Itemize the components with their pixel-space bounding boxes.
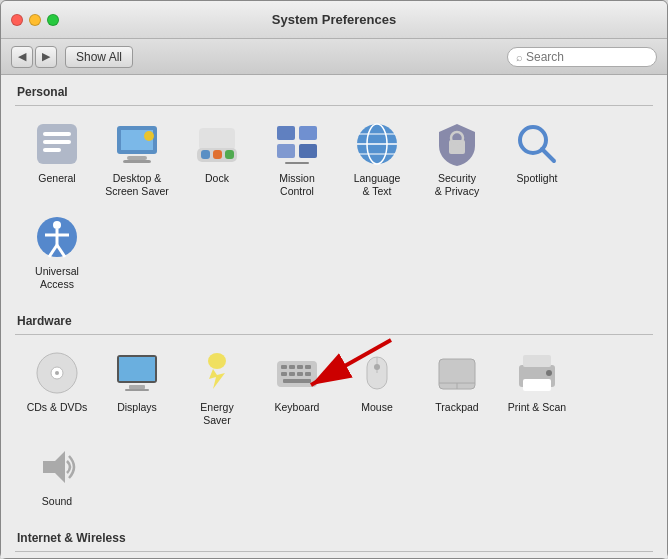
show-all-button[interactable]: Show All [65, 46, 133, 68]
preferences-content: PersonalGeneralDesktop & Screen SaverDoc… [1, 75, 667, 558]
section-divider-personal [15, 105, 653, 106]
svg-rect-60 [523, 379, 551, 391]
svg-rect-13 [199, 128, 235, 150]
system-preferences-window: System Preferences ◀ ▶ Show All ⌕ Person… [0, 0, 668, 559]
section-internet-wireless: Internet & WirelessiCloudMail, Contacts … [15, 531, 653, 558]
pref-label-energy-saver: Energy Saver [200, 401, 233, 426]
pref-item-mission-control[interactable]: Mission Control [259, 114, 335, 203]
mission-control-icon [273, 120, 321, 168]
svg-point-8 [144, 131, 154, 141]
svg-rect-3 [43, 148, 61, 152]
svg-rect-44 [289, 365, 295, 369]
pref-label-spotlight: Spotlight [517, 172, 558, 185]
pref-item-universal-access[interactable]: Universal Access [19, 207, 95, 296]
svg-rect-40 [125, 389, 149, 391]
pref-label-language-text: Language & Text [354, 172, 401, 197]
toolbar: ◀ ▶ Show All ⌕ [1, 39, 667, 75]
nav-buttons: ◀ ▶ [11, 46, 57, 68]
svg-point-41 [208, 353, 226, 369]
svg-rect-5 [127, 156, 147, 160]
svg-rect-14 [277, 126, 295, 140]
cd-icon [33, 349, 81, 397]
section-header-personal: Personal [15, 85, 653, 99]
sound-icon [33, 443, 81, 491]
section-grid-hardware: CDs & DVDsDisplaysEnergy SaverKeyboardMo… [15, 343, 653, 521]
section-personal: PersonalGeneralDesktop & Screen SaverDoc… [15, 85, 653, 304]
svg-line-27 [542, 149, 554, 161]
search-icon: ⌕ [516, 51, 523, 63]
security-icon [433, 120, 481, 168]
window-title: System Preferences [272, 12, 396, 27]
pref-item-spotlight[interactable]: Spotlight [499, 114, 575, 203]
desktop-icon [113, 120, 161, 168]
pref-label-print-scan: Print & Scan [508, 401, 566, 414]
trackpad-icon [433, 349, 481, 397]
pref-label-security-privacy: Security & Privacy [435, 172, 479, 197]
pref-label-universal-access: Universal Access [35, 265, 79, 290]
pref-label-general: General [38, 172, 75, 185]
pref-label-desktop-screen-saver: Desktop & Screen Saver [105, 172, 169, 197]
search-box[interactable]: ⌕ [507, 47, 657, 67]
svg-rect-16 [277, 144, 295, 158]
traffic-lights [11, 14, 59, 26]
svg-rect-18 [285, 162, 309, 164]
section-divider-internet-wireless [15, 551, 653, 552]
maximize-button[interactable] [47, 14, 59, 26]
close-button[interactable] [11, 14, 23, 26]
svg-rect-47 [281, 372, 287, 376]
pref-item-energy-saver[interactable]: Energy Saver [179, 343, 255, 432]
pref-item-dock[interactable]: Dock [179, 114, 255, 203]
displays-icon [113, 349, 161, 397]
svg-marker-62 [43, 451, 65, 483]
mouse-icon [353, 349, 401, 397]
pref-label-mouse: Mouse [361, 401, 393, 414]
svg-rect-43 [281, 365, 287, 369]
svg-point-54 [374, 364, 380, 370]
pref-item-displays[interactable]: Displays [99, 343, 175, 432]
language-icon [353, 120, 401, 168]
energy-icon [193, 349, 241, 397]
svg-point-61 [546, 370, 552, 376]
section-header-internet-wireless: Internet & Wireless [15, 531, 653, 545]
search-input[interactable] [526, 50, 648, 64]
section-header-hardware: Hardware [15, 314, 653, 328]
forward-button[interactable]: ▶ [35, 46, 57, 68]
svg-rect-10 [201, 150, 210, 159]
pref-label-keyboard: Keyboard [275, 401, 320, 414]
pref-item-cds-dvds[interactable]: CDs & DVDs [19, 343, 95, 432]
svg-rect-1 [43, 132, 71, 136]
back-button[interactable]: ◀ [11, 46, 33, 68]
section-divider-hardware [15, 334, 653, 335]
svg-rect-59 [523, 355, 551, 367]
svg-rect-39 [129, 385, 145, 389]
svg-rect-12 [225, 150, 234, 159]
pref-item-security-privacy[interactable]: Security & Privacy [419, 114, 495, 203]
svg-rect-38 [119, 357, 155, 381]
svg-rect-51 [283, 379, 311, 383]
svg-rect-45 [297, 365, 303, 369]
pref-item-sound[interactable]: Sound [19, 437, 95, 514]
pref-label-dock: Dock [205, 172, 229, 185]
svg-point-29 [53, 221, 61, 229]
pref-item-general[interactable]: General [19, 114, 95, 203]
pref-item-print-scan[interactable]: Print & Scan [499, 343, 575, 432]
pref-item-mouse[interactable]: Mouse [339, 343, 415, 432]
svg-rect-2 [43, 140, 71, 144]
svg-rect-11 [213, 150, 222, 159]
dock-icon [193, 120, 241, 168]
pref-item-language-text[interactable]: Language & Text [339, 114, 415, 203]
pref-item-trackpad[interactable]: Trackpad [419, 343, 495, 432]
pref-label-trackpad: Trackpad [435, 401, 478, 414]
svg-rect-50 [305, 372, 311, 376]
svg-rect-15 [299, 126, 317, 140]
pref-label-sound: Sound [42, 495, 72, 508]
pref-item-desktop-screen-saver[interactable]: Desktop & Screen Saver [99, 114, 175, 203]
general-icon [33, 120, 81, 168]
minimize-button[interactable] [29, 14, 41, 26]
pref-label-displays: Displays [117, 401, 157, 414]
title-bar: System Preferences [1, 1, 667, 39]
section-hardware: HardwareCDs & DVDsDisplaysEnergy SaverKe… [15, 314, 653, 521]
pref-label-cds-dvds: CDs & DVDs [27, 401, 88, 414]
print-icon [513, 349, 561, 397]
pref-item-keyboard[interactable]: Keyboard [259, 343, 335, 432]
